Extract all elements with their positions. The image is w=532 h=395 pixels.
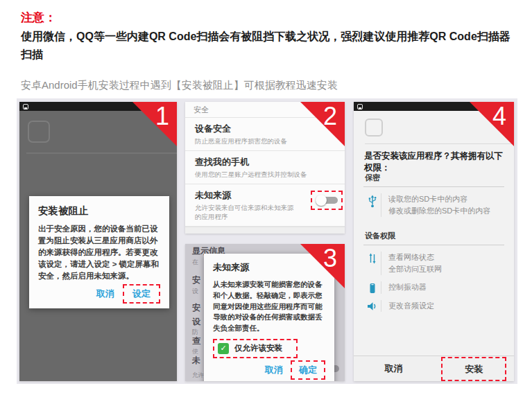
app-icon-placeholder [28, 121, 50, 143]
vibration-icon [363, 281, 381, 294]
permission-line: 修改或删除您的SD卡中的内容 [388, 205, 490, 217]
bg-setting-subtitle: 在 [192, 258, 198, 267]
list-footer [185, 227, 345, 234]
permission-row: 读取您的SD卡中的内容 修改或删除您的SD卡中的内容 [363, 187, 504, 217]
setting-item-unknown-sources[interactable]: 未知来源 允许安装来自可信来源和未知来源的应用程序 [185, 184, 345, 226]
bg-setting-title: 安 [192, 302, 200, 314]
notice-label: 注意： [21, 10, 56, 26]
highlight-unknown-sources-toggle [311, 191, 343, 210]
bg-setting-subtitle: 设 [192, 287, 198, 296]
notice-body: 使用微信，QQ等一些内建QR Code扫描会有被阻挡下载之状况，强烈建议使用推荐… [21, 28, 516, 64]
network-icon [363, 252, 381, 275]
permission-row: 更改音频设定 [363, 294, 504, 312]
install-button[interactable]: 安装 [465, 364, 483, 374]
install-blocked-dialog: 安装被阻止 出于安全原因，您的设备当前已设置为阻止安装从三星应用商店以外的来源获… [29, 196, 169, 308]
section-header-privacy: 保密 [363, 168, 504, 187]
highlight-checkbox: ✓ 仅允许该安装 [213, 339, 298, 358]
section-header-device: 设备权限 [363, 227, 504, 245]
screenshot-step-2: 安全 设备安全 防止恶意应用程序损害您的设备 查找我的手机 使用您的三星账户远程… [185, 102, 345, 234]
step-number: 3 [323, 246, 337, 271]
app-icon-placeholder [365, 119, 383, 137]
notification-icon [23, 104, 28, 109]
settings-button[interactable]: 设定 [124, 286, 159, 302]
ok-button[interactable]: 确定 [292, 362, 324, 378]
setting-subtitle: 使用您的三星账户远程查找并控制设备 [195, 170, 335, 179]
checkbox-label: 仅允许该安装 [234, 343, 282, 353]
permission-line: 更改音频设定 [388, 300, 434, 312]
divider [26, 152, 177, 154]
allow-once-checkbox[interactable]: ✓ [218, 343, 229, 354]
dialog-actions: 取消 确定 [213, 360, 325, 380]
cancel-button[interactable]: 取消 [260, 362, 288, 378]
permission-line: 查看网络状态 [388, 252, 442, 263]
dialog-body: 出于安全原因，您的设备当前已设置为阻止安装从三星应用商店以外的来源获得的应用程序… [38, 223, 160, 282]
highlight-ok-button: 确定 [291, 360, 325, 380]
bg-setting-title: 安 [192, 274, 200, 286]
notification-icon [357, 104, 363, 109]
cancel-button[interactable]: 取消 [385, 362, 403, 375]
screenshot-step-3: 显示信息 在 安 设 安 设 防 查 使 未 允许安装来自可信来源和未知来源的应… [185, 244, 345, 381]
permission-text: 查看网络状态 全部访问互联网 [381, 252, 442, 275]
bg-setting-title: 未 [192, 355, 200, 367]
setting-title: 查找我的手机 [195, 156, 335, 168]
permission-line: 控制振动器 [388, 281, 427, 293]
permission-text: 控制振动器 [381, 281, 427, 294]
highlight-settings-button: 设定 [123, 284, 160, 304]
permission-text: 更改音频设定 [381, 300, 434, 312]
install-footer-bar: 取消 安装 [354, 356, 514, 381]
step-number: 2 [323, 104, 337, 129]
permissions-list: 保密 读取您的SD卡中的内容 修改或删除您的SD卡中的内容 [363, 168, 504, 312]
permission-line: 全部访问互联网 [388, 263, 442, 275]
usb-icon [363, 193, 381, 217]
permission-line: 读取您的SD卡中的内容 [388, 193, 490, 205]
setting-item-find-my-phone[interactable]: 查找我的手机 使用您的三星账户远程查找并控制设备 [185, 150, 345, 184]
step-number: 1 [155, 104, 169, 129]
page-subtitle: 安卓Android手机安装过程中遇到【安装被阻止】可根据教程迅速安装 [21, 79, 338, 92]
dialog-actions: 取消 设定 [38, 284, 160, 304]
tutorial-page: 注意： 使用微信，QQ等一些内建QR Code扫描会有被阻挡下载之状况，强烈建议… [0, 0, 532, 395]
permission-text: 读取您的SD卡中的内容 修改或删除您的SD卡中的内容 [381, 193, 490, 217]
permission-row: 查看网络状态 全部访问互联网 [363, 245, 504, 275]
step-number: 4 [492, 104, 506, 129]
screenshot-step-4: 1 4G 7 是否安装该应用程序？其将拥有以下权限： 保密 [354, 102, 514, 381]
unknown-sources-toggle[interactable] [316, 195, 338, 206]
permission-row: 控制振动器 [363, 275, 504, 294]
dialog-title: 安装被阻止 [38, 204, 160, 218]
screenshot-step-1: 1 4G 7 安装被阻止 出于安全原因，您的设备当前已设置为阻止安装从三星应用商… [19, 102, 177, 381]
highlight-install-button: 安装 [441, 357, 506, 381]
cancel-button[interactable]: 取消 [92, 286, 119, 302]
audio-icon [363, 300, 381, 312]
bg-setting-title: 设 [192, 316, 200, 328]
bg-setting-title: 查 [192, 335, 200, 347]
